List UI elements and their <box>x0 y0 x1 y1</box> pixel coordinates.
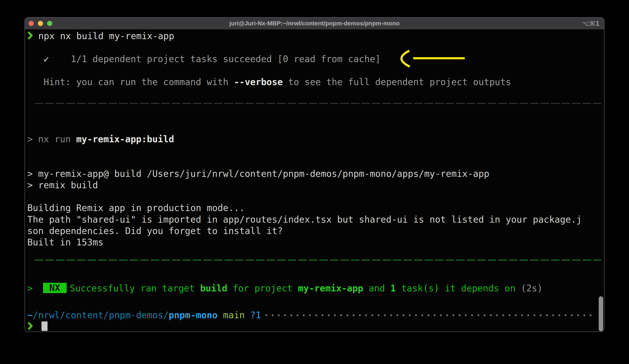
hint-pre: Hint: you can run the command with <box>27 77 234 87</box>
window-title: juri@Juri-Nx-MBP:~/nrwl/content/pnpm-dem… <box>25 18 604 29</box>
command-line: npx nx build my-remix-app <box>27 30 598 42</box>
pkg-build-line: > my-remix-app@ build /Users/juri/nrwl/c… <box>27 168 598 180</box>
tasks-succeeded-line: ✔ 1/1 dependent project tasks succeeded … <box>27 53 598 65</box>
success-project: my-remix-app <box>298 283 363 294</box>
path-repo: pnpm-mono <box>168 310 218 320</box>
terminal-screen[interactable]: npx nx build my-remix-app ✔ 1/1 dependen… <box>25 30 604 332</box>
space <box>218 310 223 320</box>
separator-dashed-green <box>35 259 601 261</box>
built-time-line: Built in 153ms <box>27 237 598 248</box>
success-text-2: for project <box>227 283 298 294</box>
separator-dashed-gray <box>35 103 601 104</box>
prompt-path-line: ~/nrwl/content/pnpm-demos/pnpm-mono main… <box>27 309 598 321</box>
nx-run-target: my-remix-app:build <box>76 134 174 144</box>
prompt-chevron-icon <box>27 321 33 332</box>
prompt-chevron-icon <box>27 31 33 43</box>
warning-line-2: son dependencies. Did you forget to inst… <box>27 225 598 237</box>
nx-success-line: > NXSuccessfully ran target build for pr… <box>27 283 598 294</box>
success-target: build <box>200 283 227 294</box>
nx-run-prefix: > nx run <box>27 134 76 144</box>
nx-run-line: > nx run my-remix-app:build <box>27 133 598 145</box>
success-text-4: task(s) it depends on <box>396 283 521 294</box>
git-status: ?1 <box>250 310 261 320</box>
annotation-arrow <box>396 49 468 69</box>
hint-flag: --verbose <box>234 77 283 87</box>
titlebar: juri@Juri-Nx-MBP:~/nrwl/content/pnpm-dem… <box>25 18 604 30</box>
building-line: Building Remix app in production mode... <box>27 202 598 214</box>
success-task-count: 1 <box>390 283 396 294</box>
hint-post: to see the full dependent project output… <box>283 77 511 87</box>
space <box>245 310 250 320</box>
hint-line: Hint: you can run the command with --ver… <box>27 76 598 88</box>
git-branch: main <box>223 310 245 320</box>
success-duration: (2s) <box>521 283 543 294</box>
text-cursor <box>41 321 47 331</box>
window-shortcut-badge: ⌥⌘1 <box>582 18 600 29</box>
success-text-1: Successfully ran target <box>70 283 200 294</box>
terminal-window: juri@Juri-Nx-MBP:~/nrwl/content/pnpm-dem… <box>24 17 605 332</box>
nx-badge: NX <box>43 283 67 293</box>
remix-build-line: > remix build <box>27 179 598 191</box>
warning-line-1: The path "shared-ui" is imported in app/… <box>27 214 598 225</box>
active-prompt-line[interactable] <box>27 321 598 332</box>
path-tilde: ~ <box>27 310 33 320</box>
scrollbar-thumb[interactable] <box>599 296 603 331</box>
path-dirs: /nrwl/content/pnpm-demos/ <box>33 310 168 320</box>
success-gt: > <box>27 283 38 294</box>
success-text-3: and <box>363 283 390 294</box>
command-text: npx nx build my-remix-app <box>33 31 174 41</box>
prompt-dotted-separator <box>265 314 596 317</box>
